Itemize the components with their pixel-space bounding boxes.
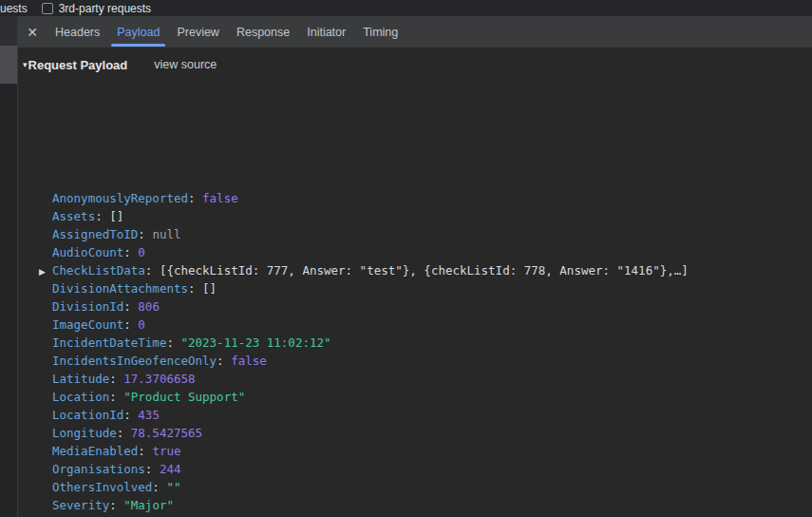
property-value: 435: [138, 408, 160, 422]
payload-property-OthersInvolved[interactable]: OthersInvolved: "": [18, 478, 812, 496]
devtools-network-panel: uests 3rd-party requests ✕ HeadersPayloa…: [0, 0, 812, 517]
property-key: ImageCount: [52, 317, 123, 332]
property-value: 806: [138, 299, 160, 314]
property-value: 0: [138, 317, 145, 332]
property-value: [{checkListId: 777, Answer: "test"}, {ch…: [160, 263, 689, 278]
payload-property-ImageCount[interactable]: ImageCount: 0: [18, 316, 812, 334]
key-value-separator: :: [109, 498, 123, 512]
property-value: 78.5427565: [131, 426, 202, 440]
property-value: "": [166, 480, 180, 494]
payload-property-Latitude[interactable]: Latitude: 17.3706658: [18, 370, 812, 388]
property-key: IncidentsInGeofenceOnly: [52, 354, 217, 368]
key-value-separator: :: [123, 408, 138, 422]
payload-property-Organisations[interactable]: Organisations: 244: [18, 460, 812, 478]
property-value: true: [152, 444, 180, 458]
payload-property-DivisionId[interactable]: DivisionId: 806: [18, 297, 812, 316]
property-value: 244: [160, 462, 181, 476]
property-key: Severity: [52, 498, 109, 512]
payload-property-Longitude[interactable]: Longitude: 78.5427565: [18, 424, 812, 442]
expand-triangle-icon[interactable]: ▶: [39, 263, 52, 279]
payload-area: ▾ Request Payload view source ▾{Location…: [18, 54, 812, 517]
property-key: AssignedToID: [52, 227, 138, 241]
request-list-sliver: [0, 16, 18, 517]
property-key: LocationId: [52, 408, 123, 422]
property-value: "Major": [123, 498, 174, 512]
property-key: IncidentDateTime: [52, 335, 166, 350]
key-value-separator: :: [217, 354, 231, 368]
key-value-separator: :: [188, 281, 202, 296]
key-value-separator: :: [109, 372, 123, 386]
property-key: MediaEnabled: [52, 444, 138, 458]
property-key: DivisionAttachments: [52, 281, 188, 296]
key-value-separator: :: [145, 462, 160, 476]
payload-property-AssignedToID[interactable]: AssignedToID: null: [18, 225, 812, 243]
key-value-separator: :: [188, 191, 202, 205]
key-value-separator: :: [166, 335, 180, 350]
network-content: ✕ HeadersPayloadPreviewResponseInitiator…: [0, 16, 812, 517]
payload-root-row[interactable]: ▾{Location: "Product Support", LocationI…: [18, 113, 812, 131]
property-key: CheckListData: [52, 263, 145, 278]
tab-response[interactable]: Response: [228, 16, 298, 48]
payload-property-LocationId[interactable]: LocationId: 435: [18, 406, 812, 424]
property-value: null: [152, 227, 180, 241]
truncated-requests-label[interactable]: uests: [0, 2, 28, 15]
property-key: Longitude: [52, 426, 117, 440]
payload-property-AudioCount[interactable]: AudioCount: 0: [18, 243, 812, 261]
third-party-requests-label[interactable]: 3rd-party requests: [59, 2, 151, 15]
property-value: "Product Support": [123, 390, 245, 404]
payload-property-CheckListData[interactable]: ▶CheckListData: [{checkListId: 777, Answ…: [18, 261, 812, 279]
key-value-separator: :: [109, 390, 123, 404]
detail-tabbar: ✕ HeadersPayloadPreviewResponseInitiator…: [18, 16, 812, 48]
payload-property-IncidentsInGeofenceOnly[interactable]: IncidentsInGeofenceOnly: false: [18, 352, 812, 370]
close-icon[interactable]: ✕: [18, 16, 47, 48]
key-value-separator: :: [145, 263, 160, 278]
tab-payload[interactable]: Payload: [108, 16, 168, 48]
property-value: 17.3706658: [123, 372, 195, 386]
property-key: DivisionId: [52, 299, 123, 314]
key-value-separator: :: [123, 245, 138, 259]
property-key: AudioCount: [52, 245, 123, 259]
tab-initiator[interactable]: Initiator: [298, 16, 354, 48]
property-value: []: [202, 281, 217, 296]
request-payload-header[interactable]: ▾ Request Payload view source: [18, 54, 812, 75]
third-party-requests-checkbox[interactable]: [42, 3, 53, 14]
property-value: 0: [138, 245, 145, 259]
property-value: []: [109, 209, 123, 223]
request-detail-pane: ✕ HeadersPayloadPreviewResponseInitiator…: [18, 16, 812, 517]
payload-property-Location[interactable]: Location: "Product Support": [18, 388, 812, 406]
request-list-rows: [0, 84, 17, 517]
payload-tree: ▾{Location: "Product Support", LocationI…: [18, 77, 812, 517]
request-list-header-sliver: [0, 16, 17, 46]
tab-timing[interactable]: Timing: [354, 16, 406, 48]
network-filter-bar: uests 3rd-party requests: [0, 0, 812, 16]
collapse-triangle-icon[interactable]: ▾: [23, 61, 28, 69]
property-value: false: [202, 191, 238, 205]
selected-request-row[interactable]: [0, 46, 17, 84]
property-value: "2023-11-23 11:02:12": [180, 335, 330, 350]
key-value-separator: :: [123, 299, 138, 314]
key-value-separator: :: [152, 480, 166, 494]
key-value-separator: :: [138, 444, 152, 458]
third-party-requests-filter[interactable]: 3rd-party requests: [42, 2, 151, 15]
key-value-separator: :: [117, 426, 131, 440]
section-title: Request Payload: [28, 58, 128, 72]
property-key: Latitude: [52, 372, 109, 386]
key-value-separator: :: [138, 227, 152, 241]
tab-headers[interactable]: Headers: [47, 16, 108, 48]
payload-property-IncidentDateTime[interactable]: IncidentDateTime: "2023-11-23 11:02:12": [18, 334, 812, 352]
property-key: OthersInvolved: [52, 480, 152, 494]
property-key: Organisations: [52, 462, 145, 476]
payload-property-DivisionAttachments[interactable]: DivisionAttachments: []: [18, 279, 812, 297]
property-value: false: [231, 354, 267, 368]
payload-property-Assets[interactable]: Assets: []: [18, 207, 812, 225]
key-value-separator: :: [123, 317, 138, 332]
view-source-link[interactable]: view source: [154, 58, 217, 71]
property-key: AnonymouslyReported: [52, 191, 188, 205]
property-key: Assets: [52, 209, 95, 223]
payload-property-AnonymouslyReported[interactable]: AnonymouslyReported: false: [18, 189, 812, 207]
property-key: Location: [52, 390, 109, 404]
payload-property-Severity[interactable]: Severity: "Major": [18, 496, 812, 514]
key-value-separator: :: [95, 209, 109, 223]
tab-preview[interactable]: Preview: [168, 16, 227, 48]
payload-property-MediaEnabled[interactable]: MediaEnabled: true: [18, 442, 812, 460]
